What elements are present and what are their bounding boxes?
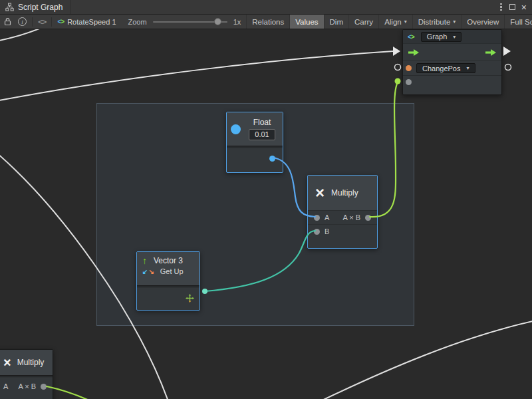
toolbar-separator <box>32 17 33 27</box>
info-icon[interactable]: i <box>18 17 27 26</box>
multiply2-output-label: A × B <box>18 382 36 390</box>
code-view-icon[interactable]: <> <box>38 17 46 27</box>
vector3-move-icon <box>186 294 194 303</box>
float-type-icon <box>231 124 241 134</box>
arrow-se-icon: ↘ <box>148 268 154 275</box>
zoom-slider[interactable] <box>153 21 227 23</box>
visual-script-icon: <> <box>408 33 414 41</box>
chevron-down-icon: ▾ <box>453 34 456 40</box>
port-open-left[interactable] <box>395 65 401 70</box>
toolbar-separator <box>51 17 52 27</box>
zoom-value: 1x <box>233 18 241 26</box>
edge-white-topleft <box>0 29 82 41</box>
multiply-input-b-port[interactable] <box>314 229 320 235</box>
multiply2-output-port[interactable] <box>41 384 47 390</box>
multiply-input-a-label: A <box>325 213 329 221</box>
chevron-down-icon: ▾ <box>453 19 456 25</box>
changepos-event-node[interactable]: <> Graph ▾ ChangePos ▾ <box>402 29 502 95</box>
arrow-sw-icon: ↙ <box>142 268 148 275</box>
port-connected-green[interactable] <box>395 78 401 84</box>
chevron-down-icon: ▾ <box>404 19 407 25</box>
graph-breadcrumb[interactable]: <> RotateSpeed 1 <box>57 18 116 26</box>
window-menu-icon[interactable] <box>499 2 503 13</box>
multiply2-row-a: A A × B <box>0 378 53 395</box>
script-graph-icon <box>5 3 14 11</box>
edge-white-flow-in <box>0 51 393 101</box>
multiply-node-2[interactable]: × Multiply A A × B <box>0 349 53 399</box>
overview-button[interactable]: Overview <box>461 15 504 29</box>
multiply2-title: Multiply <box>17 358 45 367</box>
float-node-title: Float <box>253 118 271 127</box>
vector-node-body <box>137 288 200 309</box>
info-letter: i <box>21 19 23 25</box>
flow-out-icon[interactable] <box>485 49 497 57</box>
multiply-input-a-port[interactable] <box>314 215 320 221</box>
multiply-icon: × <box>315 185 325 201</box>
multiply-node-header: × Multiply <box>308 176 377 210</box>
zoom-label: Zoom <box>128 18 147 26</box>
up-arrow-icon: ↑ <box>142 256 147 265</box>
multiply2-header: × Multiply <box>0 350 53 375</box>
float-node-body <box>227 148 283 171</box>
multiply2-input-a-label: A <box>3 382 8 390</box>
vector-node-subtitle: Get Up <box>160 267 184 275</box>
lock-icon[interactable] <box>4 17 11 26</box>
flow-ports-row <box>403 43 501 61</box>
event-dropdown-label: ChangePos <box>422 65 461 72</box>
distribute-button[interactable]: Distribute▾ <box>412 15 462 29</box>
flow-arrow-out-icon[interactable] <box>503 47 511 56</box>
maximize-icon[interactable] <box>509 4 515 10</box>
float-node[interactable]: Float 0.01 <box>226 112 283 173</box>
toolbar-buttons: Relations Values Dim Carry Align▾ Distri… <box>246 15 532 29</box>
multiply-input-b-label: B <box>325 227 329 235</box>
window-controls: × <box>499 2 532 13</box>
graph-canvas[interactable]: <> Graph ▾ ChangePos ▾ <box>0 29 532 399</box>
graph-node-header: <> Graph ▾ <box>403 30 501 43</box>
visual-script-icon: <> <box>57 18 64 25</box>
values-button[interactable]: Values <box>289 15 323 29</box>
script-graph-window: Script Graph × i <> <> RotateSpeed 1 Zoo… <box>0 0 532 399</box>
float-value-input[interactable]: 0.01 <box>249 129 275 140</box>
close-icon[interactable]: × <box>521 3 527 12</box>
flow-arrow-in-icon[interactable] <box>393 47 400 56</box>
multiply-node[interactable]: × Multiply A A × B B <box>307 175 378 249</box>
event-port[interactable] <box>406 65 412 71</box>
align-button[interactable]: Align▾ <box>378 15 412 29</box>
multiply-row-a: A A × B <box>308 210 377 224</box>
multiply-output-label: A × B <box>342 213 360 221</box>
multiply-icon: × <box>3 356 11 369</box>
flow-in-icon[interactable] <box>408 49 420 57</box>
multiply-row-b: B <box>308 224 377 238</box>
vector-node-header: ↑ Vector 3 ↙ ↘ Get Up <box>137 252 200 285</box>
float-output-port[interactable] <box>269 156 275 162</box>
fullscreen-button[interactable]: Full Screen <box>504 15 532 29</box>
graph-dropdown[interactable]: Graph ▾ <box>421 32 462 42</box>
zoom-slider-handle[interactable] <box>214 18 221 25</box>
event-dropdown[interactable]: ChangePos ▾ <box>416 63 475 73</box>
carry-button[interactable]: Carry <box>348 15 378 29</box>
tab-script-graph[interactable]: Script Graph <box>0 0 71 14</box>
value-port[interactable] <box>406 79 412 85</box>
multiply-output-port[interactable] <box>365 215 371 221</box>
graph-toolbar: i <> <> RotateSpeed 1 Zoom 1x Relations … <box>0 15 532 29</box>
multiply-node-title: Multiply <box>331 188 358 198</box>
port-open-right[interactable] <box>505 65 511 70</box>
vector-node-title: Vector 3 <box>154 256 183 265</box>
float-node-header: Float 0.01 <box>227 112 283 146</box>
event-row: ChangePos ▾ <box>403 61 501 75</box>
edge-white-bottomright <box>317 321 532 399</box>
tab-title: Script Graph <box>18 3 63 12</box>
relations-button[interactable]: Relations <box>246 15 289 29</box>
graph-breadcrumb-label: RotateSpeed 1 <box>67 18 116 26</box>
chevron-down-icon: ▾ <box>467 65 469 71</box>
value-port-row <box>403 75 501 88</box>
dim-button[interactable]: Dim <box>324 15 348 29</box>
lock-icon-glyph <box>4 17 11 26</box>
vector3-getup-node[interactable]: ↑ Vector 3 ↙ ↘ Get Up <box>136 251 200 311</box>
graph-dropdown-label: Graph <box>427 33 448 41</box>
titlebar: Script Graph × <box>0 0 532 15</box>
